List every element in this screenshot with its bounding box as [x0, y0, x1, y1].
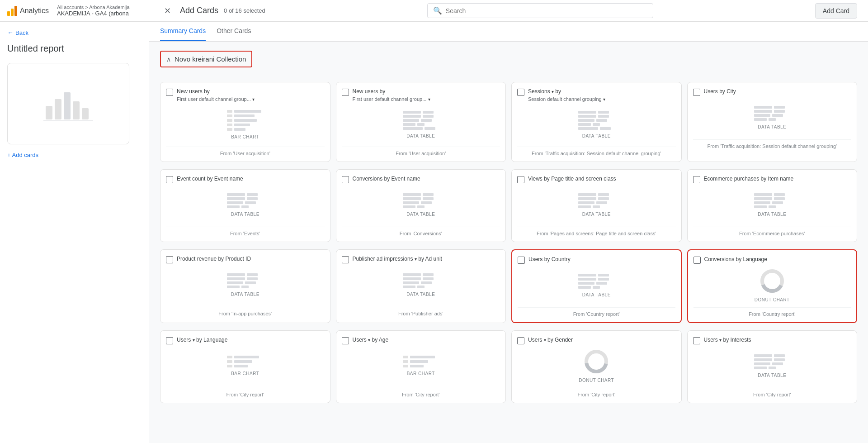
panel-header: ✕ Add Cards 0 of 16 selected 🔍 Add Card: [149, 0, 868, 22]
card-new-users-table[interactable]: New users by First user default channel …: [336, 82, 506, 162]
card-10-chart-type: DATA TABLE: [406, 292, 435, 297]
svg-point-11: [590, 355, 603, 368]
card-1-top: New users by First user default channel …: [166, 88, 325, 103]
card-2-top: New users by First user default channel …: [342, 88, 500, 103]
card-15-source: From 'City report': [517, 388, 676, 397]
card-4-checkbox[interactable]: [693, 89, 700, 96]
card-8-checkbox[interactable]: [693, 176, 700, 183]
card-15-checkbox[interactable]: [517, 337, 524, 344]
card-7-visual: DATA TABLE: [517, 187, 676, 223]
card-10-title: Publisher ad impressions ▾ by Ad unit: [353, 255, 500, 263]
card-12-checkbox[interactable]: [693, 257, 701, 264]
card-11-top: Users by Country: [518, 256, 675, 264]
card-1-checkbox[interactable]: [166, 89, 173, 96]
logo-bar-1: [7, 11, 10, 16]
card-publisher-ad[interactable]: Publisher ad impressions ▾ by Ad unit DA…: [336, 249, 506, 323]
table-preview-16: [754, 354, 790, 369]
back-label: Back: [15, 29, 28, 36]
card-14-chart-type: BAR CHART: [407, 371, 435, 376]
card-1-visual: BAR CHART: [166, 107, 325, 143]
card-conversions-language[interactable]: Conversions by Language DONUT CHART From…: [687, 249, 858, 323]
card-10-source: From 'Publisher ads': [342, 307, 500, 316]
sidebar-content: ← Back Untitled report + Add cards: [0, 22, 149, 443]
card-6-visual: DATA TABLE: [342, 187, 500, 223]
card-13-checkbox[interactable]: [166, 337, 173, 344]
search-input[interactable]: [446, 7, 647, 14]
card-13-visual: BAR CHART: [166, 348, 325, 384]
card-13-source: From 'City report': [166, 388, 325, 397]
svg-rect-4: [82, 108, 89, 119]
card-1-source: From 'User acquisition': [166, 147, 325, 156]
card-5-checkbox[interactable]: [166, 176, 173, 183]
table-preview-11: [578, 274, 614, 289]
card-7-title: Views by Page title and screen class: [528, 175, 676, 183]
table-preview-4: [754, 106, 790, 121]
card-11-visual: DATA TABLE: [518, 267, 675, 304]
card-product-revenue[interactable]: Product revenue by Product ID DATA TABLE…: [160, 249, 330, 323]
card-new-users-bar[interactable]: New users by First user default channel …: [160, 82, 330, 162]
card-2-source: From 'User acquisition': [342, 147, 500, 156]
card-event-count[interactable]: Event count by Event name DATA TABLE Fro…: [160, 169, 330, 242]
card-conversions-event[interactable]: Conversions by Event name DATA TABLE Fro…: [336, 169, 506, 242]
card-3-source: From 'Traffic acquisition: Session defau…: [517, 147, 676, 156]
card-users-language[interactable]: Users ▾ by Language BAR CHART From 'City…: [160, 330, 330, 403]
tab-other-cards[interactable]: Other Cards: [217, 22, 251, 41]
report-title: Untitled report: [7, 43, 142, 54]
card-3-checkbox[interactable]: [517, 89, 524, 96]
card-9-source: From 'In-app purchases': [166, 307, 325, 316]
main-panel: ✕ Add Cards 0 of 16 selected 🔍 Add Card …: [149, 0, 868, 443]
card-9-visual: DATA TABLE: [166, 267, 325, 303]
card-13-top: Users ▾ by Language: [166, 336, 325, 344]
card-9-checkbox[interactable]: [166, 256, 173, 263]
collection-chevron-icon: ∧: [166, 56, 171, 63]
table-preview-5: [227, 193, 263, 208]
tab-summary-cards[interactable]: Summary Cards: [160, 22, 206, 41]
card-16-title: Users ▾ by Interests: [704, 336, 852, 344]
add-card-button[interactable]: Add Card: [815, 3, 857, 19]
card-10-checkbox[interactable]: [342, 256, 349, 263]
card-7-source: From 'Pages and screens: Page title and …: [517, 227, 676, 236]
table-preview-3: [578, 111, 614, 130]
add-cards-link[interactable]: + Add cards: [7, 152, 142, 158]
svg-rect-3: [73, 101, 80, 119]
card-users-age[interactable]: Users ▾ by Age BAR CHART From 'City repo…: [336, 330, 506, 403]
card-4-title: Users by City: [704, 88, 852, 95]
search-box[interactable]: 🔍: [427, 3, 653, 18]
breadcrumb: All accounts > Arbona Akademija: [57, 5, 130, 10]
table-preview-10: [403, 273, 439, 288]
card-2-checkbox[interactable]: [342, 89, 349, 96]
card-15-title: Users ▾ by Gender: [528, 336, 676, 344]
card-9-title: Product revenue by Product ID: [177, 255, 325, 263]
card-8-title: Ecommerce purchases by Item name: [704, 175, 852, 183]
analytics-title: Analytics: [20, 7, 49, 15]
card-16-top: Users ▾ by Interests: [693, 336, 852, 344]
card-ecommerce[interactable]: Ecommerce purchases by Item name DATA TA…: [687, 169, 858, 242]
card-users-city[interactable]: Users by City DATA TABLE From 'Traffic a…: [687, 82, 858, 162]
card-users-gender[interactable]: Users ▾ by Gender DONUT CHART From 'City…: [511, 330, 682, 403]
card-6-top: Conversions by Event name: [342, 175, 500, 183]
donut-chart-preview-15: [584, 349, 609, 374]
card-11-checkbox[interactable]: [518, 257, 525, 264]
card-users-country[interactable]: Users by Country DATA TABLE From 'Countr…: [511, 249, 682, 323]
card-16-checkbox[interactable]: [693, 337, 700, 344]
card-5-top: Event count by Event name: [166, 175, 325, 183]
card-15-visual: DONUT CHART: [517, 348, 676, 384]
card-8-visual: DATA TABLE: [693, 187, 852, 223]
card-6-checkbox[interactable]: [342, 176, 349, 183]
card-7-top: Views by Page title and screen class: [517, 175, 676, 183]
sidebar-header: Analytics All accounts > Arbona Akademij…: [0, 0, 149, 22]
card-15-top: Users ▾ by Gender: [517, 336, 676, 344]
svg-point-8: [766, 275, 778, 287]
card-views-page[interactable]: Views by Page title and screen class DAT…: [511, 169, 682, 242]
collection-header[interactable]: ∧ Novo kreirani Collection: [160, 51, 252, 67]
card-2-title: New users by First user default channel …: [353, 88, 500, 103]
close-button[interactable]: ✕: [160, 4, 175, 18]
back-link[interactable]: ← Back: [7, 29, 142, 36]
card-users-interests[interactable]: Users ▾ by Interests DATA TABLE From 'Ci…: [687, 330, 858, 403]
card-8-chart-type: DATA TABLE: [758, 212, 786, 217]
card-10-top: Publisher ad impressions ▾ by Ad unit: [342, 255, 500, 263]
card-14-checkbox[interactable]: [342, 337, 349, 344]
card-sessions-table[interactable]: Sessions ▾ by Session default channel gr…: [511, 82, 682, 162]
card-1-chart-type: BAR CHART: [231, 134, 259, 139]
card-7-checkbox[interactable]: [517, 176, 524, 183]
